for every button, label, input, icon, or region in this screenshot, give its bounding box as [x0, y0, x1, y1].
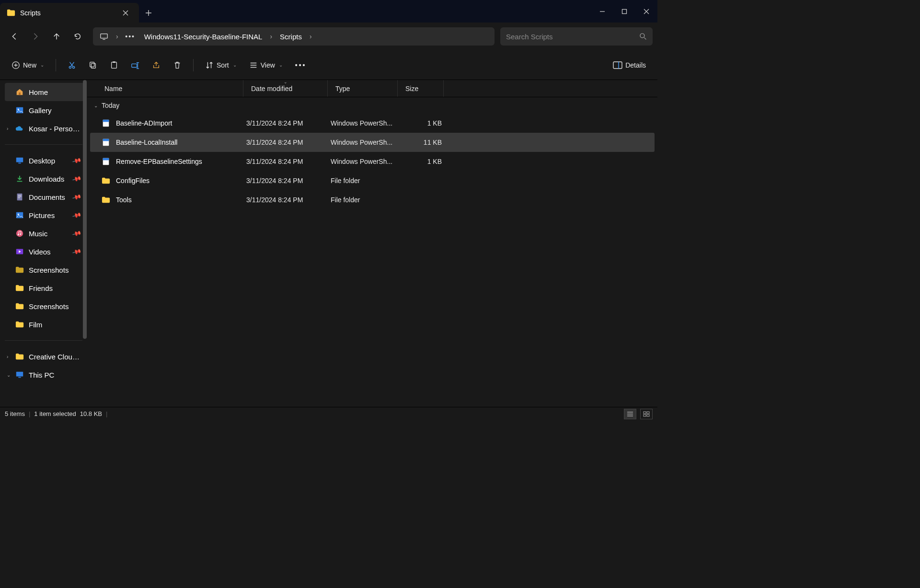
folder-icon	[15, 352, 24, 361]
svg-rect-29	[103, 139, 109, 141]
nav-screenshots2[interactable]: Screenshots	[5, 297, 84, 315]
nav-downloads[interactable]: Downloads📌	[5, 170, 84, 188]
chevron-right-icon[interactable]: ›	[7, 354, 8, 359]
more-button[interactable]: •••	[290, 56, 311, 74]
folder-icon	[15, 302, 24, 311]
paste-button[interactable]	[105, 56, 123, 74]
svg-rect-31	[103, 158, 109, 161]
nav-onedrive[interactable]: › Kosar - Personal	[5, 119, 84, 138]
svg-rect-34	[644, 415, 646, 416]
copy-button[interactable]	[84, 56, 102, 74]
new-button[interactable]: New⌄	[7, 56, 49, 74]
svg-rect-32	[644, 412, 646, 414]
nav-label: Gallery	[29, 106, 80, 115]
view-button[interactable]: View⌄	[244, 56, 288, 74]
group-header-today[interactable]: ⌄ Today	[87, 97, 657, 114]
share-button[interactable]	[147, 56, 165, 74]
file-row[interactable]: Tools3/11/2024 8:24 PMFile folder	[90, 190, 655, 209]
breadcrumb-overflow-button[interactable]: •••	[122, 28, 138, 45]
chevron-right-icon[interactable]: ›	[268, 33, 274, 40]
nav-music[interactable]: Music📌	[5, 224, 84, 242]
search-input[interactable]	[506, 33, 635, 41]
breadcrumb-bar[interactable]: › ••• Windows11-Security-Baseline-FINAL …	[93, 27, 494, 46]
nav-label: Music	[29, 230, 68, 238]
column-header-size[interactable]: Size	[398, 80, 444, 97]
tab-close-button[interactable]	[119, 6, 132, 20]
nav-videos[interactable]: Videos📌	[5, 242, 84, 261]
new-tab-button[interactable]	[139, 3, 158, 23]
close-window-button[interactable]	[635, 0, 657, 23]
nav-label: Pictures	[29, 211, 68, 219]
chevron-right-icon[interactable]: ›	[308, 33, 314, 40]
thumbnails-view-toggle[interactable]	[640, 409, 653, 419]
breadcrumb-seg-current[interactable]: Scripts	[276, 28, 306, 45]
file-row[interactable]: Baseline-LocalInstall3/11/2024 8:24 PMWi…	[90, 133, 655, 152]
folder-icon	[15, 265, 24, 274]
minimize-button[interactable]	[591, 0, 613, 23]
pin-icon: 📌	[71, 192, 81, 202]
pc-icon[interactable]	[96, 28, 112, 45]
svg-rect-1	[101, 34, 107, 38]
chevron-right-icon[interactable]: ›	[7, 126, 8, 131]
column-header-row: Name ⌄Date modified Type Size	[87, 80, 657, 97]
command-bar: New⌄ Sort⌄ View⌄ ••• Details	[0, 50, 657, 80]
maximize-button[interactable]	[613, 0, 635, 23]
file-type: File folder	[331, 196, 401, 204]
details-pane-button[interactable]: Details	[608, 56, 651, 74]
nav-creative-cloud[interactable]: › Creative Cloud F	[5, 347, 84, 366]
nav-friends[interactable]: Friends	[5, 279, 84, 297]
tab-scripts[interactable]: Scripts	[0, 3, 139, 23]
column-header-date[interactable]: ⌄Date modified	[243, 80, 328, 97]
file-type: Windows PowerSh...	[331, 138, 401, 146]
nav-screenshots[interactable]: Screenshots	[5, 261, 84, 279]
file-type: Windows PowerSh...	[331, 158, 401, 165]
svg-point-2	[640, 34, 644, 38]
powershell-file-icon	[102, 157, 110, 166]
nav-gallery[interactable]: Gallery	[5, 101, 84, 119]
nav-label: Screenshots	[29, 302, 80, 311]
chevron-right-icon[interactable]: ›	[114, 33, 120, 40]
file-date: 3/11/2024 8:24 PM	[246, 119, 331, 127]
file-name: Remove-EPBaselineSettings	[116, 158, 202, 165]
status-bar: 5 items | 1 item selected 10.8 KB |	[0, 407, 657, 420]
rename-button[interactable]	[126, 56, 144, 74]
file-row[interactable]: Baseline-ADImport3/11/2024 8:24 PMWindow…	[90, 114, 655, 133]
column-header-name[interactable]: Name	[87, 80, 243, 97]
cut-button[interactable]	[63, 56, 81, 74]
svg-rect-11	[613, 62, 622, 69]
svg-rect-16	[18, 163, 21, 164]
refresh-button[interactable]	[68, 27, 87, 46]
sort-button[interactable]: Sort⌄	[200, 56, 242, 74]
column-header-type[interactable]: Type	[328, 80, 398, 97]
file-type: Windows PowerSh...	[331, 119, 401, 127]
powershell-file-icon	[102, 119, 110, 127]
svg-point-4	[69, 66, 71, 68]
group-label: Today	[102, 102, 119, 109]
nav-label: Creative Cloud F	[29, 353, 80, 361]
file-name: Baseline-ADImport	[116, 119, 172, 127]
nav-pictures[interactable]: Pictures📌	[5, 206, 84, 224]
nav-documents[interactable]: Documents📌	[5, 188, 84, 206]
nav-home[interactable]: Home	[5, 83, 84, 101]
svg-rect-12	[19, 92, 21, 95]
tab-title: Scripts	[20, 9, 114, 17]
search-box[interactable]	[500, 27, 653, 46]
file-size: 1 KB	[401, 158, 442, 165]
details-pane-label: Details	[625, 61, 646, 69]
file-row[interactable]: ConfigFiles3/11/2024 8:24 PMFile folder	[90, 171, 655, 190]
folder-icon	[7, 9, 15, 17]
up-button[interactable]	[47, 27, 66, 46]
sidebar-scrollbar[interactable]	[82, 80, 87, 407]
nav-desktop[interactable]: Desktop📌	[5, 151, 84, 170]
file-row[interactable]: Remove-EPBaselineSettings3/11/2024 8:24 …	[90, 152, 655, 171]
nav-this-pc[interactable]: ⌄ This PC	[5, 366, 84, 384]
breadcrumb-seg-parent[interactable]: Windows11-Security-Baseline-FINAL	[140, 28, 266, 45]
folder-icon	[15, 284, 24, 292]
delete-button[interactable]	[168, 56, 186, 74]
details-view-toggle[interactable]	[624, 409, 636, 419]
back-button[interactable]	[5, 27, 24, 46]
chevron-down-icon[interactable]: ⌄	[7, 372, 11, 378]
forward-button[interactable]	[26, 27, 45, 46]
nav-film[interactable]: Film	[5, 315, 84, 334]
navigation-pane: Home Gallery › Kosar - Personal Desktop📌…	[0, 80, 87, 407]
